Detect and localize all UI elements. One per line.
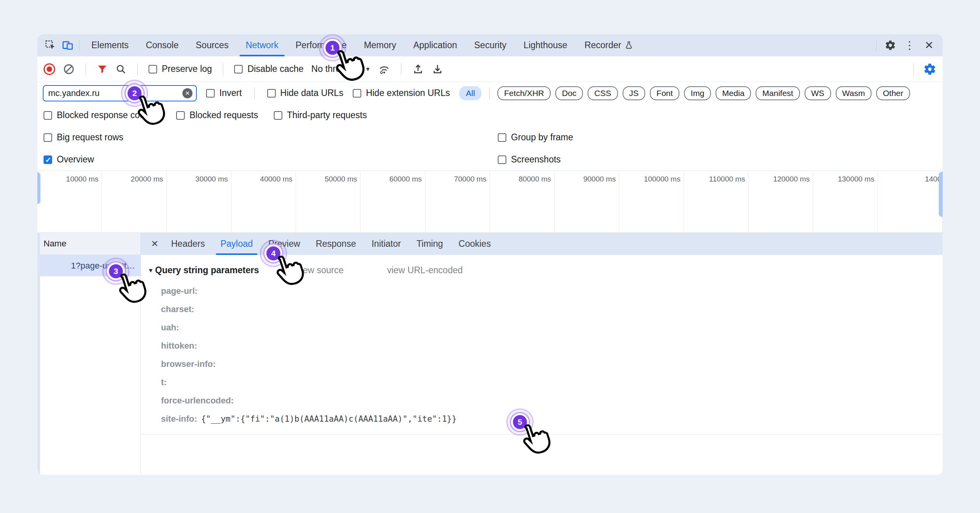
hide-data-urls-label: Hide data URLs — [280, 88, 343, 98]
detail-tab[interactable]: Cookies — [451, 233, 499, 255]
timeline-tick: 20000 ms — [102, 171, 166, 232]
big-request-rows-checkbox[interactable] — [44, 133, 52, 142]
view-source-link[interactable]: view source — [296, 265, 343, 276]
toggle-device-toolbar-button[interactable] — [59, 37, 76, 54]
filter-input-box[interactable]: ✕ — [43, 85, 197, 101]
resource-type-chip[interactable]: CSS — [588, 86, 618, 100]
main-tab[interactable]: Performance — [287, 34, 355, 56]
invert-toggle[interactable]: Invert — [206, 88, 242, 98]
screenshots-checkbox[interactable] — [498, 155, 506, 164]
detail-tab[interactable]: Timing — [409, 233, 451, 255]
preserve-log-checkbox[interactable] — [149, 65, 157, 73]
tab-recorder[interactable]: Recorder — [576, 34, 642, 56]
detail-tab[interactable]: Headers — [163, 233, 213, 255]
screenshots-toggle[interactable]: Screenshots — [498, 154, 561, 165]
overview-checkbox[interactable] — [44, 155, 52, 164]
record-network-log-button[interactable] — [44, 63, 55, 75]
param-key: charset: — [161, 304, 194, 314]
chip-list: Fetch/XHRDocCSSJSFontImgMediaManifestWSW… — [497, 86, 910, 100]
query-string-params: page-url: charset: uah: — [161, 282, 943, 428]
request-list-item-selected[interactable]: 1?page-url=htt… — [37, 255, 140, 276]
clear-filter-button[interactable]: ✕ — [182, 88, 192, 98]
timeline-tick: 50000 ms — [296, 171, 360, 232]
view-url-encoded-link[interactable]: view URL-encoded — [387, 265, 462, 276]
network-settings-gear-button[interactable] — [923, 63, 936, 76]
throttling-dropdown[interactable]: No throttling ▼ — [312, 64, 371, 74]
param-row: page-url: — [161, 282, 943, 300]
timeline-tick: 90000 ms — [555, 171, 619, 232]
invert-checkbox[interactable] — [206, 89, 215, 98]
clear-network-log-button[interactable] — [63, 63, 75, 75]
kebab-menu-button[interactable]: ⋮ — [901, 37, 919, 54]
payload-panel: ▼ Query string parameters view source vi… — [141, 255, 943, 475]
main-tab[interactable]: Lighthouse — [515, 34, 576, 56]
detail-tab[interactable]: Payload — [213, 233, 261, 255]
disable-cache-toggle[interactable]: Disable cache — [234, 64, 303, 74]
resource-type-chip[interactable]: Img — [684, 86, 711, 100]
network-overview-timeline[interactable]: 10000 ms20000 ms30000 ms40000 ms50000 ms… — [37, 171, 943, 233]
network-filter-row: ✕ Invert Hide data URLs Hide extension U… — [37, 82, 943, 104]
expander-triangle-icon[interactable]: ▼ — [148, 267, 154, 274]
main-tab[interactable]: Security — [466, 34, 515, 56]
network-conditions-button[interactable] — [378, 63, 390, 75]
resource-type-chip[interactable]: Manifest — [756, 86, 800, 100]
import-har-button[interactable] — [412, 63, 424, 75]
detail-tab[interactable]: Initiator — [364, 233, 408, 255]
chevron-down-icon: ▼ — [365, 66, 371, 72]
timeline-tick: 80000 ms — [490, 171, 555, 232]
hide-data-urls-toggle[interactable]: Hide data URLs — [267, 88, 343, 98]
resource-type-chip[interactable]: JS — [623, 86, 646, 100]
resource-type-chip[interactable]: Fetch/XHR — [497, 86, 551, 100]
param-row: site-info: {"__ym":{"fi":"a(1)b(AAA11aAA… — [161, 410, 943, 428]
param-row: hittoken: — [161, 337, 943, 355]
resource-type-chip[interactable]: Font — [650, 86, 679, 100]
third-party-requests-toggle[interactable]: Third-party requests — [274, 110, 367, 120]
preserve-log-toggle[interactable]: Preserve log — [149, 64, 212, 74]
query-string-title[interactable]: Query string parameters — [155, 265, 259, 276]
disable-cache-checkbox[interactable] — [234, 65, 243, 73]
resource-type-chip[interactable]: WS — [805, 86, 831, 100]
name-column-header[interactable]: Name — [37, 233, 140, 255]
resource-type-chip[interactable]: Other — [876, 86, 910, 100]
hide-data-urls-checkbox[interactable] — [267, 89, 276, 98]
group-by-frame-checkbox[interactable] — [498, 133, 506, 142]
export-har-button[interactable] — [432, 63, 443, 75]
resource-type-chip[interactable]: Media — [716, 86, 751, 100]
overview-toggle[interactable]: Overview — [44, 154, 94, 165]
third-party-requests-checkbox[interactable] — [274, 111, 282, 120]
timeline-scroll-nub-right[interactable] — [939, 172, 943, 217]
big-request-rows-toggle[interactable]: Big request rows — [44, 132, 123, 143]
close-detail-button[interactable]: ✕ — [146, 236, 163, 253]
group-by-frame-toggle[interactable]: Group by frame — [498, 132, 573, 143]
close-devtools-button[interactable]: ✕ — [920, 37, 938, 54]
preserve-log-label: Preserve log — [162, 64, 212, 74]
filter-input[interactable] — [44, 88, 196, 98]
main-tab[interactable]: Memory — [355, 34, 405, 56]
divider — [137, 63, 138, 75]
main-tab[interactable]: Elements — [83, 34, 137, 56]
resource-type-chip[interactable]: Doc — [555, 86, 583, 100]
blocked-response-cookies-toggle[interactable]: Blocked response cookies — [44, 110, 161, 120]
resource-type-chip[interactable]: Wasm — [836, 86, 872, 100]
left-scrollbar-track[interactable] — [37, 233, 40, 475]
timeline-scroll-nub-left[interactable] — [37, 172, 40, 204]
detail-tab[interactable]: Preview — [261, 233, 308, 255]
main-tab[interactable]: Application — [405, 34, 466, 56]
detail-tab[interactable]: Response — [308, 233, 364, 255]
chip-all[interactable]: All — [459, 86, 481, 100]
filter-button-active[interactable] — [97, 64, 108, 75]
blocked-requests-toggle[interactable]: Blocked requests — [176, 110, 258, 120]
blocked-response-cookies-checkbox[interactable] — [44, 111, 52, 120]
hide-extension-urls-checkbox[interactable] — [353, 89, 361, 98]
settings-gear-button[interactable] — [881, 37, 899, 54]
blocked-requests-checkbox[interactable] — [176, 111, 185, 120]
timeline-tick: 30000 ms — [167, 171, 231, 232]
main-tab[interactable]: Console — [137, 34, 187, 56]
query-string-section-header: ▼ Query string parameters view source vi… — [148, 265, 943, 276]
search-button[interactable] — [116, 64, 126, 75]
main-tab[interactable]: Sources — [187, 34, 237, 56]
recorder-tab-label: Recorder — [584, 40, 621, 50]
inspect-element-button[interactable] — [42, 37, 59, 54]
hide-extension-urls-toggle[interactable]: Hide extension URLs — [353, 88, 450, 98]
main-tab[interactable]: Network — [237, 34, 287, 56]
